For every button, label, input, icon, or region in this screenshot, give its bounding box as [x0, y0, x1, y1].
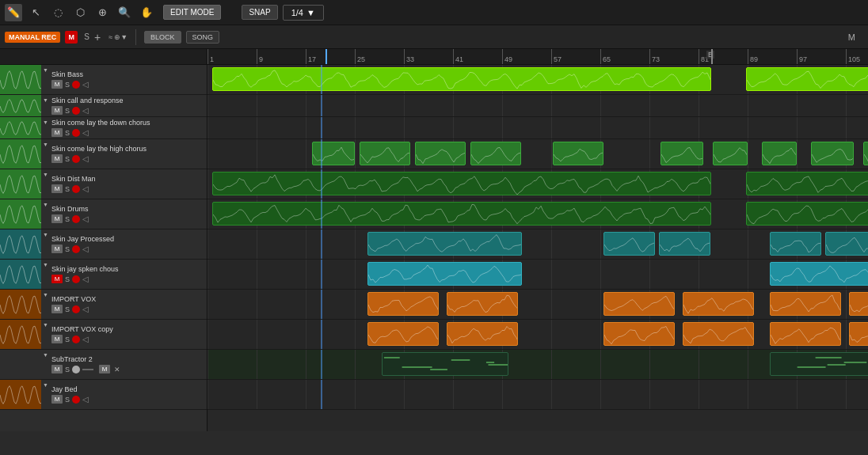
track-collapse-arrow[interactable]: ▼: [43, 67, 48, 73]
add-track-button[interactable]: +: [94, 31, 101, 44]
volume-button[interactable]: ◁: [82, 214, 89, 223]
m-button[interactable]: M: [65, 31, 78, 44]
record-button[interactable]: [72, 245, 80, 253]
clip[interactable]: [367, 262, 522, 286]
clip[interactable]: [661, 142, 703, 165]
record-button[interactable]: [72, 396, 80, 404]
clip[interactable]: [746, 172, 868, 195]
clip[interactable]: [367, 292, 439, 316]
clip[interactable]: [603, 292, 675, 316]
clip[interactable]: [713, 142, 748, 165]
clip[interactable]: [603, 232, 655, 256]
fraction-display[interactable]: 1/4 ▼: [283, 5, 324, 21]
track-collapse-arrow[interactable]: ▼: [43, 97, 48, 103]
track-header[interactable]: ▼Skin DrumsMS◁: [0, 199, 207, 229]
clip[interactable]: [770, 292, 841, 316]
track-header[interactable]: ▼Skin come lay the down chorusMS◁: [0, 117, 207, 139]
volume-button[interactable]: ◁: [82, 184, 89, 193]
record-button[interactable]: [72, 275, 80, 283]
clip[interactable]: [312, 142, 355, 165]
clip[interactable]: [470, 142, 521, 165]
lasso-icon[interactable]: ◌: [49, 4, 67, 21]
clip[interactable]: [360, 142, 410, 165]
clip[interactable]: [212, 67, 711, 91]
track-collapse-arrow[interactable]: ▼: [43, 142, 48, 147]
clip[interactable]: [746, 202, 868, 226]
solo-button[interactable]: S: [65, 366, 70, 373]
clip[interactable]: [382, 352, 508, 376]
track-collapse-arrow[interactable]: ▼: [43, 232, 48, 237]
volume-button[interactable]: ◁: [82, 245, 89, 253]
edit-mode-button[interactable]: EDIT MODE: [163, 5, 221, 20]
clip[interactable]: [367, 322, 439, 346]
clip[interactable]: [770, 262, 868, 286]
volume-button[interactable]: ◁: [82, 275, 89, 283]
mute-button[interactable]: M: [51, 335, 63, 343]
record-button[interactable]: [72, 155, 80, 163]
track-header[interactable]: ▼IMPORT VOXMS◁: [0, 290, 207, 320]
record-button[interactable]: [72, 185, 80, 193]
clip[interactable]: [825, 232, 868, 256]
clip[interactable]: [770, 352, 868, 376]
close-button[interactable]: ✕: [114, 366, 120, 373]
mute-button-2[interactable]: M: [99, 365, 110, 373]
clip[interactable]: [212, 172, 711, 195]
volume-button[interactable]: ◁: [82, 335, 89, 343]
s-button[interactable]: S: [84, 32, 89, 41]
track-collapse-arrow[interactable]: ▼: [43, 292, 48, 298]
eraser-icon[interactable]: ⬡: [71, 4, 89, 21]
solo-button[interactable]: S: [65, 305, 70, 313]
clip[interactable]: [811, 142, 854, 165]
track-collapse-arrow[interactable]: ▼: [43, 119, 48, 125]
clip[interactable]: [762, 142, 797, 165]
record-button[interactable]: [72, 336, 80, 343]
record-button[interactable]: [72, 81, 80, 89]
pin-icon[interactable]: ⊕: [93, 4, 111, 21]
solo-button[interactable]: S: [65, 396, 70, 404]
clip[interactable]: [447, 292, 518, 316]
mute-button[interactable]: M: [51, 80, 63, 89]
track-header[interactable]: ▼Skin Jay ProcessedMS◁: [0, 229, 207, 260]
mute-button[interactable]: M: [51, 245, 63, 253]
track-collapse-arrow[interactable]: ▼: [43, 322, 48, 328]
clip[interactable]: [683, 322, 754, 346]
solo-button[interactable]: S: [65, 129, 70, 137]
clip[interactable]: [683, 292, 754, 316]
track-collapse-arrow[interactable]: ▼: [43, 202, 48, 207]
song-button[interactable]: SONG: [186, 31, 220, 44]
volume-button[interactable]: ◁: [82, 80, 89, 89]
record-button[interactable]: [72, 305, 80, 313]
cursor-icon[interactable]: ↖: [27, 4, 44, 21]
volume-button[interactable]: ◁: [82, 154, 89, 163]
clip[interactable]: [863, 142, 868, 165]
clip[interactable]: [770, 232, 821, 256]
manual-rec-button[interactable]: MANUAL REC: [5, 32, 60, 43]
solo-button[interactable]: S: [65, 245, 70, 253]
track-collapse-arrow[interactable]: ▼: [43, 352, 48, 358]
solo-button[interactable]: S: [65, 336, 70, 343]
record-button[interactable]: [72, 129, 80, 137]
clip[interactable]: [212, 202, 711, 226]
clip[interactable]: [367, 232, 522, 256]
track-header[interactable]: ▼Jay BedMS◁: [0, 380, 207, 410]
solo-button[interactable]: S: [65, 215, 70, 223]
track-header[interactable]: ▼Skin Dist ManMS◁: [0, 169, 207, 199]
track-collapse-arrow[interactable]: ▼: [43, 382, 48, 388]
track-collapse-arrow[interactable]: ▼: [43, 172, 48, 177]
clip[interactable]: [603, 322, 675, 346]
volume-button[interactable]: ◁: [82, 305, 89, 313]
clip[interactable]: [415, 142, 466, 165]
clip[interactable]: [849, 292, 868, 316]
record-button[interactable]: [72, 107, 80, 115]
clip[interactable]: [849, 322, 868, 346]
mute-button[interactable]: M: [51, 184, 63, 193]
track-collapse-arrow[interactable]: ▼: [43, 262, 48, 267]
track-header[interactable]: ▼Skin jay spken chousMS◁: [0, 260, 207, 290]
mute-button[interactable]: M: [51, 154, 63, 163]
record-button[interactable]: [72, 215, 80, 223]
track-header[interactable]: ▼Skin BassMS◁: [0, 65, 207, 95]
solo-button[interactable]: S: [65, 275, 70, 283]
clip[interactable]: [770, 322, 841, 346]
magnify-icon[interactable]: 🔍: [116, 4, 133, 21]
pencil-icon[interactable]: ✏️: [5, 4, 22, 21]
